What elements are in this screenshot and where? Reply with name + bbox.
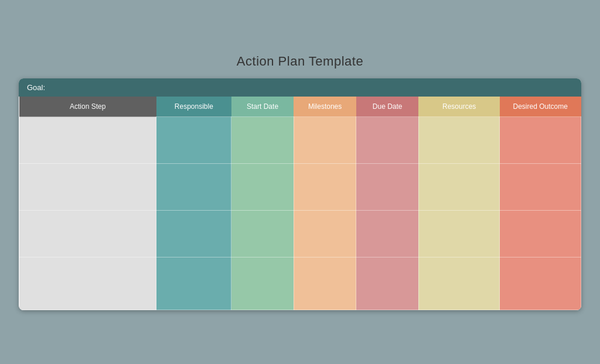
action-table: Action Step Responsible Start Date Miles… xyxy=(19,97,581,310)
header-responsible: Responsible xyxy=(156,97,231,117)
cell-responsible-2[interactable] xyxy=(156,164,231,211)
cell-duedate-3[interactable] xyxy=(356,211,419,257)
cell-duedate-2[interactable] xyxy=(356,164,419,211)
cell-milestones-4[interactable] xyxy=(294,257,356,310)
cell-startdate-2[interactable] xyxy=(231,164,294,211)
cell-resources-1[interactable] xyxy=(418,117,500,164)
cell-startdate-4[interactable] xyxy=(231,257,294,310)
header-milestones: Milestones xyxy=(294,97,356,117)
cell-startdate-3[interactable] xyxy=(231,211,294,257)
cell-resources-3[interactable] xyxy=(418,211,500,257)
cell-action-2[interactable] xyxy=(19,164,156,211)
header-desired-outcome: Desired Outcome xyxy=(500,97,581,117)
header-due-date: Due Date xyxy=(356,97,419,117)
goal-bar: Goal: xyxy=(19,78,581,97)
table-container: Goal: Action Step Responsible Start Date… xyxy=(19,78,581,310)
cell-action-1[interactable] xyxy=(19,117,156,164)
cell-responsible-4[interactable] xyxy=(156,257,231,310)
cell-milestones-1[interactable] xyxy=(294,117,356,164)
cell-resources-4[interactable] xyxy=(418,257,500,310)
page-wrapper: Action Plan Template Goal: Action Step R… xyxy=(19,54,581,310)
table-row xyxy=(19,257,581,310)
cell-milestones-2[interactable] xyxy=(294,164,356,211)
cell-duedate-1[interactable] xyxy=(356,117,419,164)
cell-outcome-3[interactable] xyxy=(500,211,581,257)
page-title: Action Plan Template xyxy=(237,54,363,69)
table-row xyxy=(19,117,581,164)
cell-action-3[interactable] xyxy=(19,211,156,257)
header-start-date: Start Date xyxy=(231,97,294,117)
cell-outcome-2[interactable] xyxy=(500,164,581,211)
header-resources: Resources xyxy=(418,97,500,117)
cell-milestones-3[interactable] xyxy=(294,211,356,257)
table-row xyxy=(19,164,581,211)
cell-outcome-4[interactable] xyxy=(500,257,581,310)
table-row xyxy=(19,211,581,257)
table-header-row: Action Step Responsible Start Date Miles… xyxy=(19,97,581,117)
cell-resources-2[interactable] xyxy=(418,164,500,211)
cell-responsible-3[interactable] xyxy=(156,211,231,257)
header-action-step: Action Step xyxy=(19,97,156,117)
cell-duedate-4[interactable] xyxy=(356,257,419,310)
goal-label: Goal: xyxy=(27,83,45,92)
cell-outcome-1[interactable] xyxy=(500,117,581,164)
cell-startdate-1[interactable] xyxy=(231,117,294,164)
cell-responsible-1[interactable] xyxy=(156,117,231,164)
cell-action-4[interactable] xyxy=(19,257,156,310)
